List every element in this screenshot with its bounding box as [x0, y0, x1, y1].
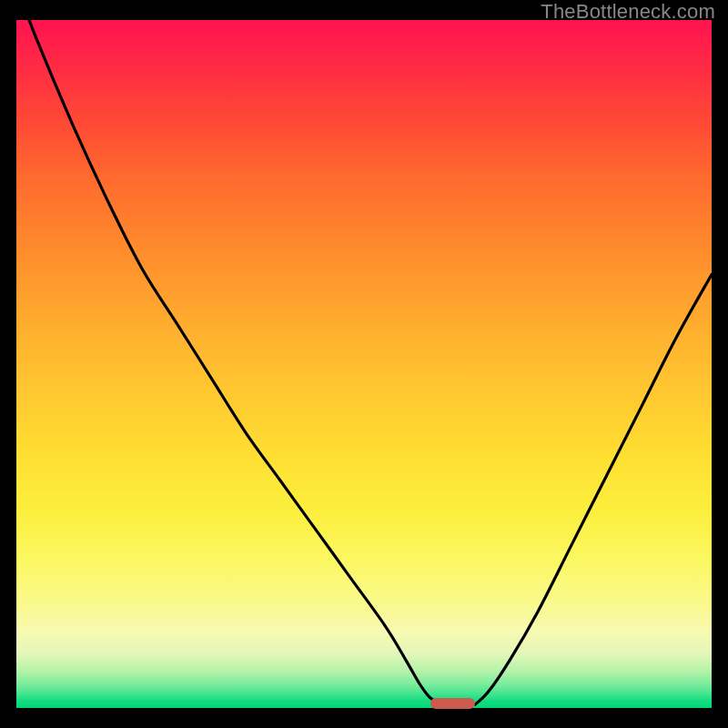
chart-frame: TheBottleneck.com — [0, 0, 728, 728]
bottleneck-curve-right — [475, 275, 712, 705]
bottleneck-curve-left — [16, 20, 440, 704]
curves-svg — [16, 20, 712, 708]
watermark-text: TheBottleneck.com — [541, 0, 715, 24]
optimal-marker — [430, 698, 476, 709]
plot-background-gradient — [16, 20, 712, 708]
